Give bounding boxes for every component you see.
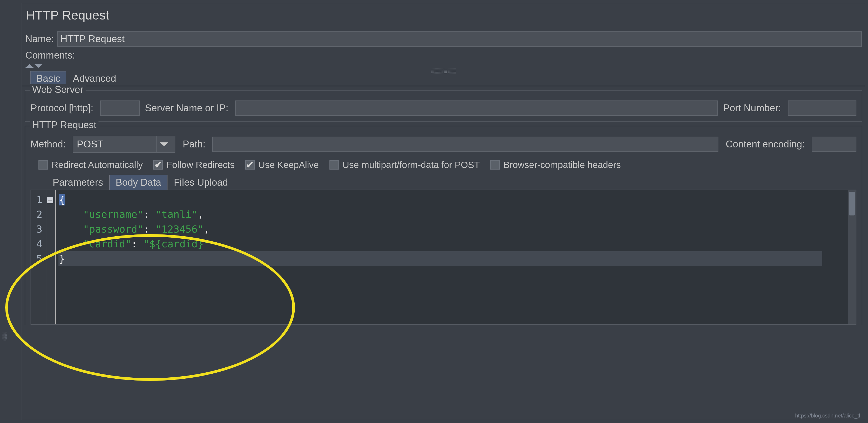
http-request-legend: HTTP Request xyxy=(30,119,98,131)
tab-files-upload[interactable]: Files Upload xyxy=(167,175,235,190)
path-input[interactable] xyxy=(212,137,718,152)
watermark-text: https://blog.csdn.net/alice_tl xyxy=(795,413,860,419)
web-server-legend: Web Server xyxy=(30,84,86,95)
keepalive-checkbox[interactable]: ✔ Use KeepAlive xyxy=(245,160,319,170)
line-number: 4 xyxy=(36,236,42,251)
method-label: Method: xyxy=(31,139,69,150)
follow-redirects-label: Follow Redirects xyxy=(166,160,235,170)
redirect-auto-label: Redirect Automatically xyxy=(52,160,143,170)
code-value: "${cardid}" xyxy=(143,238,210,250)
body-tabbar: Parameters Body Data Files Upload xyxy=(31,174,857,190)
main-tabbar: Basic Advanced xyxy=(22,71,865,86)
code-key: "username" xyxy=(83,208,143,220)
server-label: Server Name or IP: xyxy=(145,103,232,114)
multipart-label: Use multipart/form-data for POST xyxy=(343,160,480,170)
checkbox-icon xyxy=(490,160,500,170)
checkbox-checked-icon: ✔ xyxy=(245,160,255,170)
fold-minus-icon[interactable]: − xyxy=(47,197,53,203)
options-row: Redirect Automatically ✔ Follow Redirect… xyxy=(31,153,857,173)
checkbox-icon xyxy=(330,160,339,170)
code-area[interactable]: { "username": "tanli", "password": "1234… xyxy=(56,190,825,324)
line-gutter: 1 2 3 4 5 xyxy=(31,190,47,324)
checkbox-icon xyxy=(38,160,48,170)
body-data-editor[interactable]: 1 2 3 4 5 − { "username": "tanli", "pass… xyxy=(31,190,857,325)
collapse-arrows[interactable] xyxy=(22,62,865,68)
http-request-panel: HTTP Request Name: Comments: ░░░░░░ Basi… xyxy=(22,3,865,420)
encoding-label: Content encoding: xyxy=(726,139,808,150)
code-colon: : xyxy=(131,238,143,250)
method-select[interactable]: POST xyxy=(73,136,176,153)
code-key: "password" xyxy=(83,223,143,235)
code-value: "tanli" xyxy=(155,208,197,220)
line-number: 1 xyxy=(36,192,42,207)
comments-label: Comments: xyxy=(25,50,78,61)
path-label: Path: xyxy=(183,139,209,150)
panel-title: HTTP Request xyxy=(22,3,865,30)
browser-headers-checkbox[interactable]: Browser-compatible headers xyxy=(490,160,621,170)
code-value: "123456" xyxy=(155,223,204,235)
code-brace-open: { xyxy=(59,194,65,205)
name-row: Name: xyxy=(22,30,865,48)
port-label: Port Number: xyxy=(723,103,784,114)
scrollbar-thumb[interactable] xyxy=(849,192,855,216)
name-input[interactable] xyxy=(57,31,862,47)
browser-headers-label: Browser-compatible headers xyxy=(503,160,621,170)
server-input[interactable] xyxy=(235,101,718,116)
left-grip-icon[interactable]: ░░░░░░░░ xyxy=(2,325,8,348)
chevron-down-icon xyxy=(156,136,171,152)
line-number: 5 xyxy=(36,251,42,266)
multipart-checkbox[interactable]: Use multipart/form-data for POST xyxy=(330,160,480,170)
code-brace-close: } xyxy=(59,253,65,264)
code-colon: : xyxy=(143,223,155,235)
tab-parameters[interactable]: Parameters xyxy=(46,175,109,190)
editor-scrollbar[interactable] xyxy=(848,190,856,324)
port-input[interactable] xyxy=(788,101,857,116)
method-value: POST xyxy=(77,139,154,150)
http-request-fieldset: HTTP Request Method: POST Path: xyxy=(25,126,862,325)
line-number: 3 xyxy=(36,222,42,236)
code-comma: , xyxy=(197,208,204,220)
code-comma: , xyxy=(204,223,210,235)
keepalive-label: Use KeepAlive xyxy=(258,160,319,170)
line-number: 2 xyxy=(36,207,42,222)
code-colon: : xyxy=(143,208,155,220)
fold-gutter: − xyxy=(47,190,56,324)
comments-row: Comments: xyxy=(22,48,865,62)
protocol-input[interactable] xyxy=(100,101,140,116)
follow-redirects-checkbox[interactable]: ✔ Follow Redirects xyxy=(153,160,235,170)
encoding-input[interactable] xyxy=(812,137,857,152)
checkbox-checked-icon: ✔ xyxy=(153,160,163,170)
arrow-up-icon xyxy=(25,64,34,68)
web-server-fieldset: Web Server Protocol [http]: Server Name … xyxy=(25,90,862,121)
code-key: "cardid" xyxy=(83,238,131,250)
protocol-label: Protocol [http]: xyxy=(31,103,97,114)
redirect-auto-checkbox[interactable]: Redirect Automatically xyxy=(38,160,143,170)
arrow-down-icon xyxy=(34,64,43,68)
tab-body-data[interactable]: Body Data xyxy=(109,175,167,190)
name-label: Name: xyxy=(25,33,57,45)
